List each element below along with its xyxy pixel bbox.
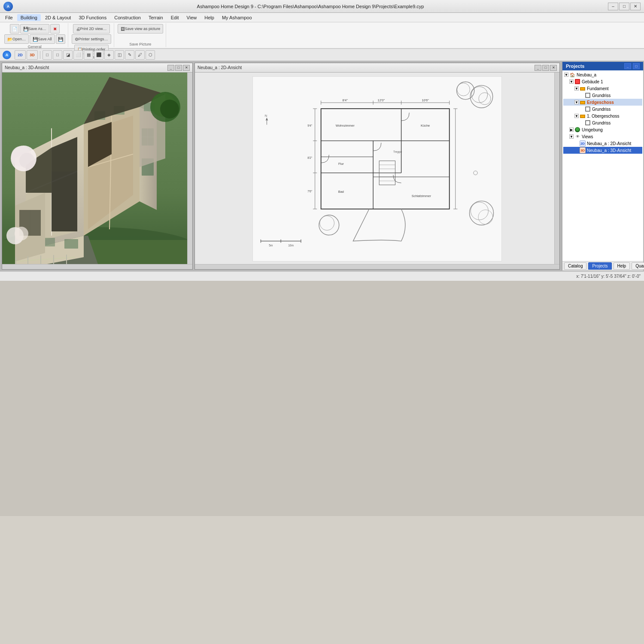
tree-fundament[interactable]: ▼ Fundament — [563, 85, 642, 92]
quick-tool-5[interactable]: ▦ — [84, 50, 93, 60]
tree-root[interactable]: ▼ 🏠 Neubau_a — [563, 71, 642, 78]
projects-minimize[interactable]: _ — [624, 63, 631, 69]
maximize-button[interactable]: □ — [619, 3, 629, 10]
3d-scrollbar-v[interactable] — [187, 73, 192, 264]
quick-tool-3[interactable]: ◪ — [63, 50, 73, 60]
projects-tab[interactable]: Projects — [588, 262, 611, 270]
tree-ober-grundriss[interactable]: Grundriss — [563, 119, 642, 126]
save-as-button[interactable]: 💾 Save As… — [20, 24, 49, 33]
menu-construction[interactable]: Construction — [111, 14, 144, 21]
fundament-toggle[interactable]: ▼ — [574, 86, 579, 91]
catalog-tab[interactable]: Catalog — [564, 262, 586, 270]
status-bar: x: 7'1-11/16" y: 5'-5 37/64" z: 0'-0" — [0, 271, 644, 281]
general-label: General — [28, 45, 42, 49]
2d-scrollbar-h[interactable] — [195, 264, 559, 269]
minimize-button[interactable]: – — [608, 3, 618, 10]
menu-edit[interactable]: Edit — [167, 14, 182, 21]
3d-scrollbar-h[interactable] — [2, 264, 192, 269]
tree-umgebung[interactable]: ▶ Umgebung — [563, 126, 642, 133]
quick-tool-7[interactable]: ◈ — [104, 50, 114, 60]
menu-3d-functions[interactable]: 3D Functions — [75, 14, 110, 21]
panel-3d-close[interactable]: ✕ — [183, 65, 190, 71]
svg-rect-117 — [581, 102, 584, 103]
quick-tool-2[interactable]: □ — [53, 50, 62, 60]
svg-rect-120 — [581, 115, 584, 117]
open-button[interactable]: 📂 Open… — [4, 34, 29, 44]
tree-2d-view[interactable]: 2D Neubau_a : 2D-Ansicht — [563, 140, 642, 147]
quick-tool-1[interactable]: □ — [43, 50, 52, 60]
panel-2d-maximize[interactable]: □ — [542, 65, 549, 71]
panel-2d-header: Neubau_a : 2D-Ansicht _ □ ✕ — [195, 63, 559, 73]
save-all-button[interactable]: 💾 Save All — [30, 34, 55, 44]
menu-help[interactable]: Help — [201, 14, 218, 21]
printer-settings-button[interactable]: ⚙ Printer settings… — [72, 34, 111, 44]
erdgeschoss-label: Erdgeschoss — [587, 100, 614, 105]
tree-erd-grundriss[interactable]: Grundriss — [563, 106, 642, 112]
quick-tool-9[interactable]: ✎ — [125, 50, 134, 60]
help-tab[interactable]: Help — [614, 262, 630, 270]
menu-my-ashampoo[interactable]: My Ashampoo — [219, 14, 255, 21]
root-icon: 🏠 — [569, 72, 575, 78]
quick-3d-btn[interactable]: 3D — [27, 50, 38, 60]
panel-2d-close[interactable]: ✕ — [550, 65, 557, 71]
svg-text:Treppe: Treppe — [393, 150, 402, 154]
quick-2d-btn[interactable]: 2D — [15, 50, 26, 60]
menu-view[interactable]: View — [183, 14, 200, 21]
fundament-icon — [580, 85, 586, 91]
views-toggle[interactable]: ▼ — [569, 134, 574, 139]
quantities-tab[interactable]: Quantities — [632, 262, 644, 270]
project-tree: ▼ 🏠 Neubau_a ▼ Gebäude 1 — [563, 71, 642, 154]
svg-point-40 — [160, 100, 179, 118]
svg-point-45 — [15, 227, 28, 240]
umgebung-toggle[interactable]: ▶ — [569, 128, 574, 132]
menu-2d-layout[interactable]: 2D & Layout — [42, 14, 75, 21]
print-2d-button[interactable]: 🖨 Print 2D view… — [73, 24, 110, 33]
panel-3d-minimize[interactable]: _ — [167, 65, 174, 71]
save-button[interactable]: 💾 — [56, 34, 65, 44]
svg-text:9'4": 9'4" — [307, 124, 313, 127]
tree-views[interactable]: ▼ 👁 Views — [563, 133, 642, 140]
gebaeude-toggle[interactable]: ▼ — [569, 79, 574, 84]
toolbar-ribbon: 📄 💾 Save As… ✖ 📂 Open… 💾 Save All 💾 — [0, 22, 644, 48]
quick-tool-11[interactable]: ⬡ — [146, 50, 155, 60]
floorplan-svg: 12'0" 10'6" 8'4" 9'4" 8'2" 7'6" Wohnzimm… — [195, 73, 559, 269]
close-button[interactable]: ✕ — [630, 3, 641, 10]
sidebar-bottom-tabs: Catalog Projects Help Quantities — [562, 261, 643, 270]
svg-text:5m: 5m — [269, 244, 273, 247]
projects-maximize[interactable]: □ — [633, 63, 640, 69]
new-button[interactable]: 📄 — [10, 24, 19, 33]
exit-button[interactable]: ✖ — [50, 24, 60, 33]
panel-3d-content — [2, 73, 192, 269]
quick-tool-6[interactable]: ⬛ — [94, 50, 103, 60]
tree-erdgeschoss[interactable]: ▼ Erdgeschoss — [563, 99, 642, 106]
tree-3d-view[interactable]: 3D Neubau_a : 3D-Ansicht — [563, 147, 642, 154]
menu-terrain[interactable]: Terrain — [145, 14, 167, 21]
umgebung-label: Umgebung — [582, 128, 603, 132]
tree-fundament-grundriss[interactable]: Grundriss — [563, 92, 642, 99]
erdgeschoss-toggle[interactable]: ▼ — [574, 100, 579, 104]
root-toggle[interactable]: ▼ — [564, 73, 568, 77]
tree-gebaeude[interactable]: ▼ Gebäude 1 — [563, 78, 642, 85]
ober-grundriss-icon — [585, 120, 591, 126]
svg-rect-112 — [576, 80, 579, 83]
menu-building[interactable]: Building — [17, 14, 41, 21]
views-icon: 👁 — [574, 134, 580, 140]
panel-3d-header: Neubau_a : 3D-Ansicht _ □ ✕ — [2, 63, 192, 73]
quick-tool-8[interactable]: ◫ — [115, 50, 124, 60]
panel-2d-minimize[interactable]: _ — [535, 65, 541, 71]
toolbar-group-print: 🖨 Print 2D view… ⚙ Printer settings… 📋 P… — [69, 23, 114, 47]
exit-icon: ✖ — [53, 27, 57, 31]
2d-scrollbar-v[interactable] — [554, 73, 559, 264]
svg-text:Flur: Flur — [338, 162, 344, 166]
svg-text:Bad: Bad — [338, 190, 344, 194]
tree-obergeschoss[interactable]: ▼ 1. Obergeschoss — [563, 112, 642, 119]
panel-2d-title: Neubau_a : 2D-Ansicht — [197, 65, 534, 70]
save-view-as-picture-button[interactable]: 🖼 Save view as picture — [118, 24, 164, 33]
menu-file[interactable]: File — [2, 14, 16, 21]
quick-tool-4[interactable]: ⬜ — [73, 50, 83, 60]
obergeschoss-toggle[interactable]: ▼ — [574, 114, 579, 118]
panel-3d-maximize[interactable]: □ — [175, 65, 182, 71]
quick-tool-10[interactable]: 🖊 — [135, 50, 145, 60]
title-bar: A Ashampoo Home Design 9 - C:\Program Fi… — [0, 0, 644, 13]
svg-text:N: N — [265, 114, 267, 118]
